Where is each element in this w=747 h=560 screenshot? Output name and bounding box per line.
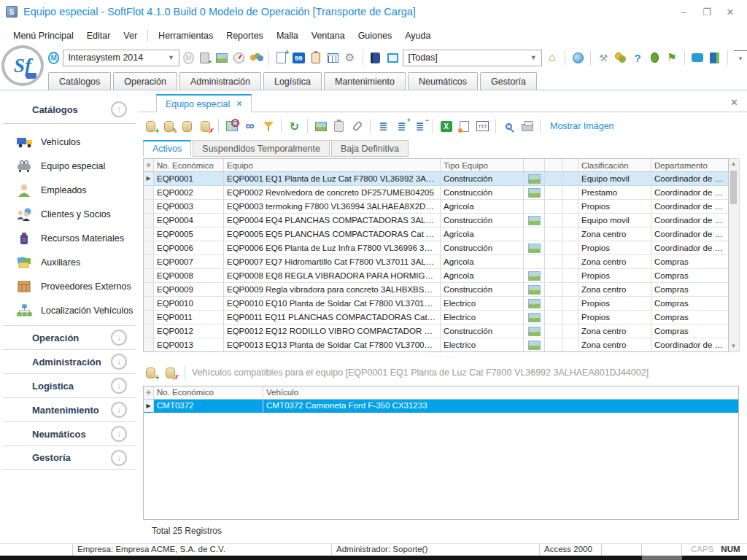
users-icon[interactable] [249, 50, 262, 66]
menu-item-ayuda[interactable]: Ayuda [399, 28, 436, 44]
sidebar-section-catalogos[interactable]: Catálogos [32, 104, 78, 115]
counter-99-icon[interactable]: 99 [292, 50, 305, 66]
image-icon[interactable] [215, 50, 228, 66]
column-header-clasificacion[interactable]: Clasificación [578, 159, 651, 172]
menu-item-ver[interactable]: Ver [117, 28, 143, 44]
column-header-extra2[interactable] [562, 159, 578, 172]
equipment-photo-icon[interactable] [528, 244, 541, 253]
new-document-icon[interactable] [275, 50, 288, 66]
vertical-scrollbar[interactable]: ▲ ▼ [729, 158, 740, 352]
restore-button[interactable]: ❐ [697, 4, 716, 20]
table-row[interactable]: EQP0012EQP0012 EQ12 RODILLO VIBRO COMPAC… [144, 324, 728, 338]
expand-down-icon[interactable]: ↓ [111, 426, 127, 442]
book-icon[interactable] [369, 50, 382, 66]
scope-combobox[interactable]: [Todas] ▼ [403, 50, 541, 66]
column-header-departamento[interactable]: Departamento [651, 159, 728, 172]
bug-icon[interactable] [648, 50, 661, 66]
expand-down-icon[interactable]: ↓ [111, 330, 127, 346]
menu-item-reportes[interactable]: Reportes [220, 28, 269, 44]
tree-expand-icon[interactable]: ≣+ [394, 119, 409, 134]
table-row[interactable]: EQP0010EQP0010 EQ10 Planta de Soldar Cat… [144, 297, 728, 311]
image-icon[interactable] [313, 119, 328, 134]
column-header-no-economico[interactable]: No. Económico [154, 159, 224, 172]
equipment-photo-icon[interactable] [528, 327, 541, 336]
sidebar-item-empleados[interactable]: Empleados [0, 178, 139, 202]
sidebar-section-logistica[interactable]: Logistica ↓ [3, 373, 136, 397]
sidebar-item-recursos-materiales[interactable]: Recursos Materiales [0, 226, 139, 250]
sidebar-item-clientes-socios[interactable]: Clientes y Socios [0, 202, 139, 226]
subtab-baja[interactable]: Baja Definitiva [331, 140, 409, 157]
column-header-equipo[interactable]: Equipo [224, 159, 441, 172]
view-record-icon[interactable] [179, 119, 195, 134]
menu-item-editar[interactable]: Editar [81, 28, 117, 44]
export-txt-icon[interactable]: TXT [475, 119, 490, 134]
chat-icon[interactable] [691, 50, 704, 66]
minimize-button[interactable]: – [674, 4, 693, 20]
table-row[interactable]: ▶CMT0372CMT0372 Camioneta Ford F-350 CX3… [144, 400, 738, 413]
document-area-close-icon[interactable]: ✕ [730, 97, 738, 108]
sidebar-section-mantenimiento[interactable]: Mantenimiento ↓ [3, 397, 136, 421]
table-row[interactable]: ▶EQP0001EQP0001 EQ1 Planta de Luz Cat F7… [144, 172, 728, 186]
import-clipboard-icon[interactable] [198, 50, 211, 66]
refresh-icon[interactable]: ↻ [287, 119, 302, 134]
table-row[interactable]: EQP0002EQP0002 Revolvedora de concreto D… [144, 186, 728, 200]
column-header-vehiculo[interactable]: Vehículo [263, 386, 738, 400]
gear-icon[interactable]: ⚙ [343, 50, 356, 66]
gauge-icon[interactable] [232, 50, 245, 66]
collapse-up-icon[interactable]: ↑ [111, 101, 127, 117]
scroll-down-icon[interactable]: ▼ [729, 341, 738, 351]
sidebar-item-auxiliares[interactable]: Auxiliares [0, 250, 139, 274]
subtab-activos[interactable]: Activos [143, 140, 191, 157]
toolbar-overflow-icon[interactable]: ▾ [734, 50, 747, 66]
column-header-no-economico[interactable]: No. Económico [154, 386, 263, 400]
map-search-icon[interactable] [224, 119, 239, 134]
table-row[interactable]: EQP0006EQP0006 EQ6 Planta de Luz Infra F… [144, 241, 728, 255]
expand-down-icon[interactable]: ↓ [111, 402, 127, 418]
equipment-photo-icon[interactable] [528, 216, 541, 225]
tab-close-icon[interactable]: ✕ [236, 99, 242, 109]
expand-down-icon[interactable]: ↓ [111, 450, 127, 466]
table-row[interactable]: EQP0013EQP0013 EQ13 Planta de Soldar Cat… [144, 338, 728, 352]
equipment-photo-icon[interactable] [528, 299, 541, 308]
expand-down-icon[interactable]: ↓ [111, 378, 127, 394]
delete-record-icon[interactable]: ✗ [198, 119, 213, 134]
company-combobox[interactable]: Interasystem 2014 ▼ [63, 50, 179, 66]
sidebar-section-administracion[interactable]: Administración ↓ [3, 349, 136, 373]
tab-administracion[interactable]: Administración [179, 72, 261, 90]
menu-item-malla[interactable]: Malla [271, 28, 304, 44]
module-m-icon[interactable]: M [48, 52, 59, 64]
show-image-link[interactable]: Mostrar Imágen [550, 121, 614, 131]
equipment-photo-icon[interactable] [528, 174, 541, 184]
table-icon[interactable] [326, 50, 339, 66]
menu-item-principal[interactable]: Menú Principal [7, 28, 80, 44]
table-row[interactable]: EQP0004EQP0004 EQ4 PLANCHAS COMPACTADORA… [144, 214, 728, 228]
table-row[interactable]: EQP0011EQP0011 EQ11 PLANCHAS COMPACTADOR… [144, 311, 728, 324]
column-header-tipo-equipo[interactable]: Tipo Equipo [441, 159, 524, 172]
subtab-suspendidos[interactable]: Suspendidos Temporalmente [193, 140, 330, 157]
attachment-icon[interactable] [349, 119, 365, 134]
tab-gestoria[interactable]: Gestoría [480, 72, 537, 90]
table-row[interactable]: EQP0007EQP0007 EQ7 Hidromartillo Cat F78… [144, 255, 728, 269]
print-icon[interactable] [519, 119, 535, 134]
splitter-handle[interactable]: ········ [139, 354, 747, 360]
menu-item-guiones[interactable]: Guiones [352, 28, 398, 44]
table-row[interactable]: EQP0008EQP0008 EQ8 REGLA VIBRADORA PARA … [144, 269, 728, 283]
tab-mantenimiento[interactable]: Mantenimiento [324, 72, 406, 90]
binoculars-find-icon[interactable]: ∞ [242, 119, 258, 134]
flag-icon[interactable]: ⚑ [665, 50, 678, 66]
equipment-photo-icon[interactable] [528, 188, 541, 198]
column-header-imagen[interactable] [524, 159, 545, 172]
export-notes-icon[interactable] [457, 119, 472, 134]
scrollbar-thumb[interactable] [730, 171, 737, 204]
export-excel-icon[interactable]: X [438, 119, 454, 134]
equipment-photo-icon[interactable] [528, 271, 541, 281]
add-compat-icon[interactable]: + [143, 365, 158, 381]
menu-item-ventana[interactable]: Ventana [306, 28, 351, 44]
expand-down-icon[interactable]: ↓ [111, 354, 127, 370]
equipment-photo-icon[interactable] [528, 341, 541, 350]
sidebar-item-vehiculos[interactable]: Vehículos [0, 130, 139, 154]
delete-compat-icon[interactable]: ✗ [163, 365, 178, 381]
tree-collapse-icon[interactable]: ≣− [412, 119, 427, 134]
sidebar-item-proveedores-externos[interactable]: Proveedores Externos [0, 274, 139, 298]
table-row[interactable]: EQP0005EQP0005 EQ5 PLANCHAS COMPACTADORA… [144, 228, 728, 241]
